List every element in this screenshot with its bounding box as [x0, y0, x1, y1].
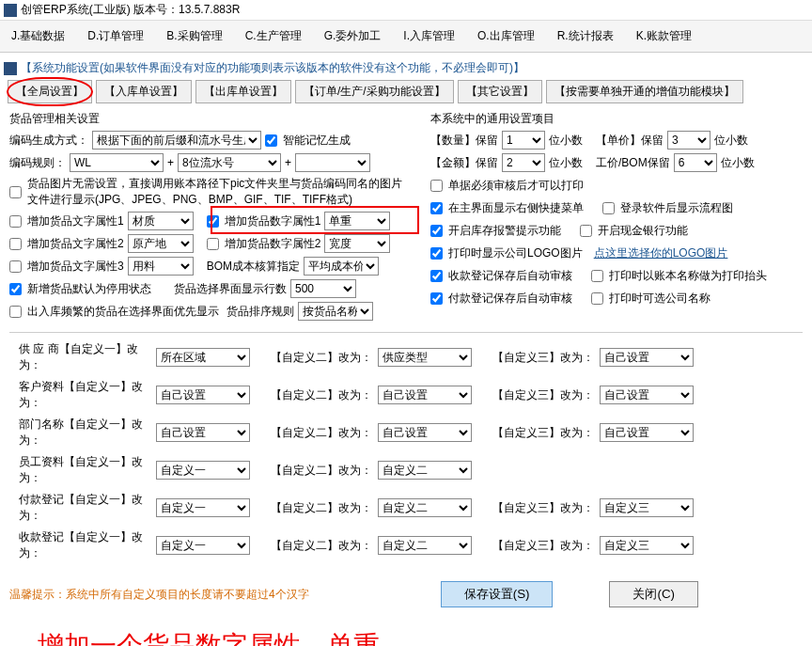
tab[interactable]: 【全局设置】 — [8, 80, 92, 103]
quick-menu-label: 在主界面显示右侧快捷菜单 — [448, 200, 584, 216]
price-keep-label: 【单价】保留 — [596, 133, 664, 149]
custom-select-2[interactable]: 自定义二 — [378, 461, 472, 480]
custom-select-2[interactable]: 自定义二 — [378, 536, 472, 555]
new-disabled-checkbox[interactable] — [9, 283, 22, 295]
custom-select-3[interactable]: 自己设置 — [600, 348, 694, 367]
labor-label: 工价/BOM保留 — [596, 155, 670, 171]
save-button[interactable]: 保存设置(S) — [441, 581, 554, 607]
payment-auto-checkbox[interactable] — [430, 292, 443, 305]
custom-select-1[interactable]: 自定义一 — [156, 498, 250, 517]
custom-select-1[interactable]: 自定义一 — [156, 536, 250, 555]
custom-select-1[interactable]: 自定义一 — [156, 461, 250, 480]
tab[interactable]: 【按需要单独开通的增值功能模块】 — [546, 80, 743, 103]
payment-auto-label: 付款登记保存后自动审核 — [448, 291, 572, 307]
custom-select-1[interactable]: 自己设置 — [156, 423, 250, 442]
text-attr2-select[interactable]: 原产地 — [128, 234, 194, 253]
custom-mod-2: 【自定义二】改为： — [271, 350, 372, 366]
print-company-label: 打印时可选公司名称 — [609, 291, 710, 307]
custom-row: 部门名称【自定义一】改为：自己设置【自定义二】改为：自己设置【自定义三】改为：自… — [19, 414, 793, 451]
dialog-title: 【系统功能设置(如果软件界面没有对应的功能项则表示该版本的软件没有这个功能，不必… — [21, 60, 524, 76]
text-attr3-checkbox[interactable] — [9, 260, 22, 273]
menu-item[interactable]: R.统计报表 — [546, 24, 625, 48]
print-account-head-checkbox[interactable] — [591, 270, 603, 282]
custom-mod-3: 【自定义三】改为： — [492, 425, 594, 441]
menu-item[interactable]: I.入库管理 — [392, 24, 466, 48]
custom-mod-3: 【自定义三】改为： — [492, 500, 594, 516]
select-rows-select[interactable]: 500 — [290, 279, 356, 298]
golden-checkbox[interactable] — [580, 225, 592, 237]
labor-decimal-suffix: 位小数 — [721, 155, 755, 171]
title-bar: 创管ERP系统(工业版) 版本号：13.5.7.883R — [0, 0, 812, 21]
tab[interactable]: 【订单/生产/采购功能设置】 — [295, 80, 454, 103]
qty-decimal-suffix: 位小数 — [549, 133, 583, 149]
golden-label: 开启现金银行功能 — [598, 223, 688, 239]
stock-warn-label: 开启库存报警提示功能 — [448, 223, 561, 239]
custom-select-1[interactable]: 自己设置 — [156, 386, 250, 404]
dialog-icon — [4, 62, 17, 75]
print-company-checkbox[interactable] — [591, 292, 603, 305]
smart-remember-checkbox[interactable] — [265, 134, 277, 147]
custom-row: 收款登记【自定义一】改为：自定义一【自定义二】改为：自定义二【自定义三】改为：自… — [19, 527, 793, 564]
custom-select-3[interactable]: 自己设置 — [600, 423, 694, 442]
custom-select-1[interactable]: 所在区域 — [156, 348, 250, 367]
custom-label: 员工资料【自定义一】改为： — [19, 454, 150, 486]
custom-select-3[interactable]: 自定义三 — [600, 536, 694, 555]
freq-first-label: 出入库频繁的货品在选择界面优先显示 — [27, 304, 219, 320]
flow-login-checkbox[interactable] — [602, 202, 615, 214]
encode-mode-label: 编码生成方式： — [9, 133, 88, 149]
amount-keep-select[interactable]: 2 — [502, 153, 545, 172]
print-logo-checkbox[interactable] — [430, 247, 443, 260]
custom-grid: 供 应 商【自定义一】改为：所在区域【自定义二】改为：供应类型【自定义三】改为：… — [9, 332, 803, 570]
sort-label: 货品排序规则 — [226, 304, 294, 320]
quick-menu-checkbox[interactable] — [430, 202, 443, 214]
sort-select[interactable]: 按货品名称 — [298, 302, 373, 321]
price-keep-select[interactable]: 3 — [667, 131, 710, 150]
tab[interactable]: 【其它设置】 — [458, 80, 542, 103]
custom-select-2[interactable]: 自己设置 — [378, 386, 472, 404]
menu-item[interactable]: K.账款管理 — [625, 24, 703, 48]
text-attr3-select[interactable]: 用料 — [128, 257, 194, 276]
close-button[interactable]: 关闭(C) — [609, 581, 698, 607]
custom-select-2[interactable]: 自己设置 — [378, 423, 472, 442]
custom-row: 供 应 商【自定义一】改为：所在区域【自定义二】改为：供应类型【自定义三】改为：… — [19, 339, 793, 376]
num-attr2-checkbox[interactable] — [207, 238, 219, 250]
freq-first-checkbox[interactable] — [9, 306, 22, 318]
custom-select-3[interactable]: 自己设置 — [600, 386, 694, 404]
custom-select-3[interactable]: 自定义三 — [600, 498, 694, 517]
encode-suffix-select[interactable] — [295, 153, 370, 172]
tab[interactable]: 【入库单设置】 — [96, 80, 192, 103]
bom-cost-select[interactable]: 平均成本价 — [304, 257, 379, 276]
receipt-auto-checkbox[interactable] — [430, 270, 443, 282]
window-title: 创管ERP系统(工业版) 版本号：13.5.7.883R — [21, 2, 240, 18]
text-attr1-select[interactable]: 材质 — [128, 212, 194, 230]
big-caption: 增加一个货品数字属性，单重 — [0, 609, 812, 646]
encode-serial-select[interactable]: 8位流水号 — [178, 153, 281, 172]
plus-2: + — [285, 156, 291, 169]
menu-item[interactable]: G.委外加工 — [313, 24, 393, 48]
labor-select[interactable]: 6 — [674, 153, 717, 172]
stock-warn-checkbox[interactable] — [430, 225, 443, 237]
num-attr1-select[interactable]: 单重 — [324, 212, 390, 230]
menu-item[interactable]: J.基础数据 — [0, 24, 76, 48]
menu-item[interactable]: O.出库管理 — [466, 24, 546, 48]
text-attr2-checkbox[interactable] — [9, 238, 22, 250]
logo-link[interactable]: 点这里选择你的LOGO图片 — [594, 245, 728, 261]
custom-select-2[interactable]: 供应类型 — [378, 348, 472, 367]
num-attr2-select[interactable]: 宽度 — [324, 234, 390, 253]
custom-select-2[interactable]: 自定义二 — [378, 498, 472, 517]
text-attr1-checkbox[interactable] — [9, 215, 22, 228]
need-audit-checkbox[interactable] — [430, 180, 443, 192]
qty-keep-select[interactable]: 1 — [502, 131, 545, 150]
menu-item[interactable]: B.采购管理 — [155, 24, 233, 48]
encode-rule-label: 编码规则： — [9, 155, 66, 171]
hint-label: 温馨提示： — [9, 588, 66, 601]
hint-text: 系统中所有自定义项目的长度请不要超过4个汉字 — [66, 588, 309, 601]
tab[interactable]: 【出库单设置】 — [195, 80, 291, 103]
custom-mod-3: 【自定义三】改为： — [492, 350, 594, 366]
encode-mode-select[interactable]: 根据下面的前后缀和流水号生成编码 — [92, 131, 261, 150]
encode-prefix-select[interactable]: WL — [70, 153, 164, 172]
menu-item[interactable]: C.生产管理 — [234, 24, 313, 48]
num-attr1-checkbox[interactable] — [207, 215, 219, 228]
pic-note-checkbox[interactable] — [9, 186, 22, 198]
menu-item[interactable]: D.订单管理 — [76, 24, 155, 48]
